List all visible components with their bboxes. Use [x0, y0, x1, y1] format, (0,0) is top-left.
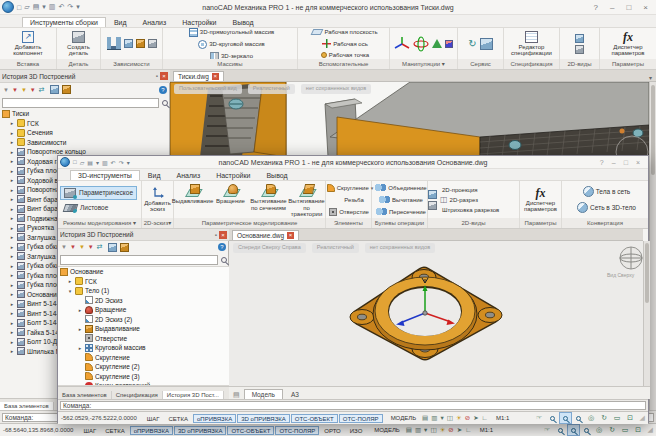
modeling-button[interactable]: Вытягивание по траектории [288, 183, 325, 219]
expand-arrow-icon[interactable]: ▸ [9, 301, 15, 307]
panel-tab[interactable]: Спецификация [112, 391, 163, 399]
status-toggle[interactable]: ШАГ [143, 414, 164, 423]
cursor-mode-icon[interactable]: ➤ [457, 426, 462, 434]
sheet-set-icon[interactable]: ▥ [431, 414, 437, 422]
history-search-input[interactable] [2, 98, 159, 108]
ribbon-tab[interactable]: Настройки [174, 17, 224, 27]
tree-mode-icon[interactable] [50, 85, 59, 94]
filter-add-icon[interactable] [70, 244, 76, 250]
expand-arrow-icon[interactable]: ▸ [9, 272, 15, 278]
tree-item[interactable]: ▸ Выдавливание [58, 324, 229, 334]
constraint-insert-icon[interactable] [136, 39, 145, 48]
selection-dropdown-icon[interactable]: ▾ [424, 426, 427, 434]
ribbon-tab[interactable]: Настройки [208, 170, 258, 180]
bg-model-space-label[interactable]: МОДЕЛЬ [374, 427, 399, 433]
parametric-mode-button[interactable]: Параметрическое [60, 186, 137, 200]
maximize-button[interactable]: □ [624, 159, 628, 166]
history-search-input[interactable] [60, 255, 218, 265]
minimize-button[interactable]: – [610, 3, 614, 12]
boolean-button[interactable]: Пересечение [376, 207, 426, 216]
fg-vscrollbar[interactable] [643, 241, 650, 386]
restrict-icon[interactable]: ⊘ [465, 414, 470, 422]
search-icon[interactable] [162, 100, 168, 106]
expand-arrow-icon[interactable]: ▸ [9, 149, 15, 155]
expand-arrow-icon[interactable]: ▸ [77, 345, 83, 351]
pan-icon[interactable]: ☞ [542, 425, 553, 435]
element-button[interactable]: Резьба [334, 195, 365, 204]
fg-canvas[interactable]: Спереди Сверху СправаРеалистичныйнет сох… [229, 241, 643, 386]
selection-filter-icon[interactable]: ◫ [447, 414, 453, 422]
ucs-mode-icon[interactable]: ∟ [482, 414, 488, 422]
refresh-icon[interactable] [97, 243, 105, 251]
zoom-extents-icon[interactable]: ◎ [594, 425, 605, 435]
modeling-button[interactable]: Вращение [212, 183, 249, 206]
fg-scale-indicator[interactable]: М1:1 [496, 415, 509, 421]
element-button[interactable]: Скругление ▾ [327, 183, 374, 192]
close-button[interactable]: × [643, 3, 648, 12]
doc-close-icon[interactable] [212, 73, 219, 80]
ribbon-tab[interactable]: Вид [106, 17, 135, 27]
expand-arrow-icon[interactable]: ▸ [9, 139, 15, 145]
view-2d-button[interactable]: Штриховка разрезов [440, 205, 519, 214]
status-toggle[interactable]: оПРИВЯЗКА [130, 426, 173, 435]
work-feature-button[interactable]: Рабочая ось [322, 39, 368, 48]
filter-del-icon[interactable] [88, 244, 94, 250]
filter-edit-icon[interactable] [79, 244, 85, 250]
layout-list-icon[interactable]: ▤ [233, 391, 240, 399]
screen-icon[interactable]: ▭ [612, 413, 623, 423]
expand-arrow-icon[interactable]: ▸ [9, 158, 15, 164]
expand-arrow-icon[interactable]: ▸ [9, 339, 15, 345]
doc-tab-menu-icon[interactable]: ▾ [645, 74, 656, 81]
tree-mode-icon[interactable] [108, 243, 117, 252]
create-part-button[interactable]: Создать деталь [57, 30, 100, 58]
zoom-rect-icon[interactable] [573, 413, 584, 423]
cursor-mode-icon[interactable]: ➤ [473, 414, 478, 422]
ribbon-tab[interactable]: Инструменты сборки [22, 17, 106, 27]
update-icon[interactable] [468, 39, 476, 49]
maximize-button[interactable]: □ [626, 3, 631, 12]
tree-item[interactable]: ▸ ГСК [58, 277, 229, 287]
view-2d-button[interactable]: 2D-разрез [440, 195, 519, 204]
bg-vscrollbar[interactable] [649, 82, 656, 423]
expand-arrow-icon[interactable]: ▸ [9, 225, 15, 231]
panel-close-icon[interactable] [160, 72, 168, 80]
rotate-3d-icon[interactable] [413, 36, 429, 52]
tree-mode2-icon[interactable] [120, 243, 129, 252]
sheet-set-icon[interactable]: ▥ [415, 426, 421, 434]
boolean-button[interactable]: Объединение [375, 183, 426, 192]
view-2d-icon[interactable] [575, 34, 584, 43]
help-icon[interactable] [218, 243, 226, 251]
lightbulb-icon[interactable]: ☀ [440, 426, 446, 434]
tree-item[interactable]: Отверстие [58, 334, 229, 344]
expand-arrow-icon[interactable]: ▸ [77, 326, 83, 332]
panel-tab[interactable]: База элементов [0, 402, 54, 410]
expand-arrow-icon[interactable]: ▸ [9, 215, 15, 221]
tree-root[interactable]: Основание [58, 267, 229, 277]
view-overlay-button[interactable]: нет сохраненных видов [301, 84, 371, 94]
tree-root[interactable]: Тиски [0, 109, 170, 119]
expand-arrow-icon[interactable]: ▸ [9, 263, 15, 269]
status-toggle[interactable]: ИЗО [346, 426, 367, 435]
status-toggle[interactable]: ОТС-ОБЪЕКТ [227, 426, 274, 435]
zoom-extents-icon[interactable]: ◎ [586, 413, 597, 423]
zoom-rect-icon[interactable] [581, 425, 592, 435]
status-toggle[interactable]: 3D оПРИВЯЗКА [237, 414, 290, 423]
resize-grip-icon[interactable]: ◢ [648, 426, 653, 434]
views-2d-main-icon[interactable] [428, 190, 437, 199]
tree-item[interactable]: ▸ Зависимости [0, 138, 170, 148]
expand-arrow-icon[interactable]: ▸ [9, 120, 15, 126]
constraint-angle-icon[interactable] [148, 39, 157, 48]
ribbon-tab[interactable]: Анализ [135, 17, 175, 27]
zoom-in-icon[interactable] [555, 425, 566, 435]
filter-edit-icon[interactable] [21, 87, 27, 93]
status-toggle[interactable]: СЕТКА [164, 414, 192, 423]
add-component-button[interactable]: Добавить компонент [0, 30, 56, 58]
search-icon[interactable] [221, 257, 227, 263]
bg-doc-tab[interactable]: Тиски.dwg [173, 71, 224, 81]
tree-mode2-icon[interactable] [62, 85, 71, 94]
expand-arrow-icon[interactable]: ▸ [77, 307, 83, 313]
status-toggle[interactable]: СЕТКА [101, 426, 129, 435]
resize-grip-icon[interactable]: ◢ [640, 414, 645, 422]
panel-tab[interactable]: История 3D Пост... [163, 391, 224, 399]
view-2d-section-icon[interactable] [575, 45, 584, 54]
